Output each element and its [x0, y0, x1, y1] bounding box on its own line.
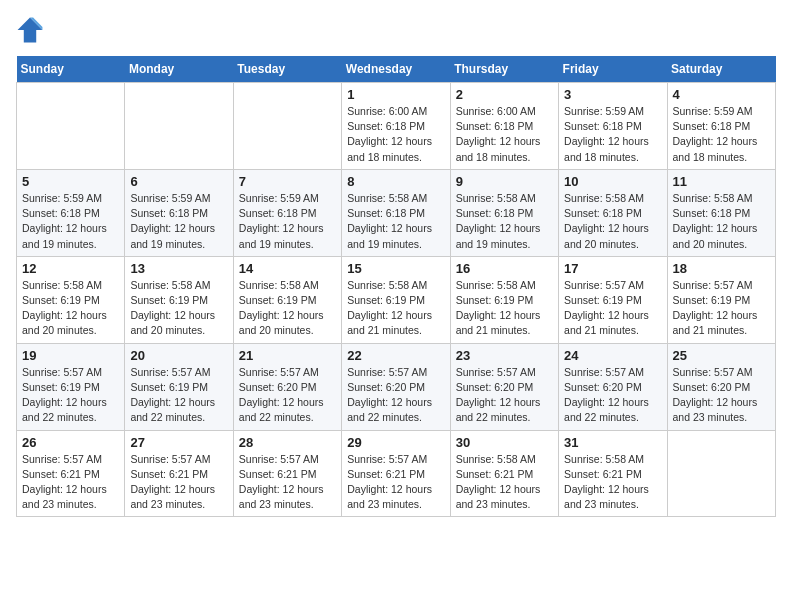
calendar-week-row: 12Sunrise: 5:58 AM Sunset: 6:19 PM Dayli…	[17, 256, 776, 343]
column-header-saturday: Saturday	[667, 56, 775, 83]
calendar-cell: 8Sunrise: 5:58 AM Sunset: 6:18 PM Daylig…	[342, 169, 450, 256]
cell-day-number: 10	[564, 174, 661, 189]
cell-info-text: Sunrise: 5:59 AM Sunset: 6:18 PM Dayligh…	[22, 191, 119, 252]
cell-day-number: 21	[239, 348, 336, 363]
cell-day-number: 9	[456, 174, 553, 189]
cell-info-text: Sunrise: 5:58 AM Sunset: 6:21 PM Dayligh…	[564, 452, 661, 513]
logo	[16, 16, 48, 44]
cell-info-text: Sunrise: 5:59 AM Sunset: 6:18 PM Dayligh…	[564, 104, 661, 165]
calendar-cell: 13Sunrise: 5:58 AM Sunset: 6:19 PM Dayli…	[125, 256, 233, 343]
cell-info-text: Sunrise: 5:58 AM Sunset: 6:19 PM Dayligh…	[456, 278, 553, 339]
cell-day-number: 3	[564, 87, 661, 102]
cell-info-text: Sunrise: 5:59 AM Sunset: 6:18 PM Dayligh…	[239, 191, 336, 252]
calendar-cell: 20Sunrise: 5:57 AM Sunset: 6:19 PM Dayli…	[125, 343, 233, 430]
calendar-cell: 27Sunrise: 5:57 AM Sunset: 6:21 PM Dayli…	[125, 430, 233, 517]
cell-day-number: 2	[456, 87, 553, 102]
calendar-cell: 24Sunrise: 5:57 AM Sunset: 6:20 PM Dayli…	[559, 343, 667, 430]
calendar-cell: 10Sunrise: 5:58 AM Sunset: 6:18 PM Dayli…	[559, 169, 667, 256]
calendar-cell: 11Sunrise: 5:58 AM Sunset: 6:18 PM Dayli…	[667, 169, 775, 256]
calendar-week-row: 1Sunrise: 6:00 AM Sunset: 6:18 PM Daylig…	[17, 83, 776, 170]
calendar-week-row: 5Sunrise: 5:59 AM Sunset: 6:18 PM Daylig…	[17, 169, 776, 256]
cell-day-number: 18	[673, 261, 770, 276]
svg-marker-0	[18, 18, 43, 43]
cell-info-text: Sunrise: 5:57 AM Sunset: 6:19 PM Dayligh…	[673, 278, 770, 339]
cell-day-number: 4	[673, 87, 770, 102]
column-header-thursday: Thursday	[450, 56, 558, 83]
calendar-cell: 12Sunrise: 5:58 AM Sunset: 6:19 PM Dayli…	[17, 256, 125, 343]
cell-info-text: Sunrise: 5:57 AM Sunset: 6:19 PM Dayligh…	[564, 278, 661, 339]
cell-info-text: Sunrise: 5:57 AM Sunset: 6:20 PM Dayligh…	[456, 365, 553, 426]
calendar-week-row: 26Sunrise: 5:57 AM Sunset: 6:21 PM Dayli…	[17, 430, 776, 517]
cell-day-number: 23	[456, 348, 553, 363]
logo-icon	[16, 16, 44, 44]
cell-info-text: Sunrise: 5:58 AM Sunset: 6:18 PM Dayligh…	[564, 191, 661, 252]
cell-day-number: 17	[564, 261, 661, 276]
cell-day-number: 19	[22, 348, 119, 363]
cell-info-text: Sunrise: 6:00 AM Sunset: 6:18 PM Dayligh…	[456, 104, 553, 165]
cell-info-text: Sunrise: 5:58 AM Sunset: 6:18 PM Dayligh…	[673, 191, 770, 252]
cell-info-text: Sunrise: 5:57 AM Sunset: 6:20 PM Dayligh…	[347, 365, 444, 426]
cell-day-number: 16	[456, 261, 553, 276]
cell-day-number: 7	[239, 174, 336, 189]
cell-day-number: 1	[347, 87, 444, 102]
calendar-header-row: SundayMondayTuesdayWednesdayThursdayFrid…	[17, 56, 776, 83]
calendar-cell: 21Sunrise: 5:57 AM Sunset: 6:20 PM Dayli…	[233, 343, 341, 430]
calendar-cell: 7Sunrise: 5:59 AM Sunset: 6:18 PM Daylig…	[233, 169, 341, 256]
cell-day-number: 12	[22, 261, 119, 276]
cell-info-text: Sunrise: 5:57 AM Sunset: 6:20 PM Dayligh…	[564, 365, 661, 426]
calendar-cell: 3Sunrise: 5:59 AM Sunset: 6:18 PM Daylig…	[559, 83, 667, 170]
calendar-cell	[17, 83, 125, 170]
cell-day-number: 30	[456, 435, 553, 450]
cell-day-number: 31	[564, 435, 661, 450]
cell-info-text: Sunrise: 5:58 AM Sunset: 6:19 PM Dayligh…	[347, 278, 444, 339]
calendar-cell	[667, 430, 775, 517]
column-header-wednesday: Wednesday	[342, 56, 450, 83]
column-header-sunday: Sunday	[17, 56, 125, 83]
cell-info-text: Sunrise: 5:57 AM Sunset: 6:21 PM Dayligh…	[22, 452, 119, 513]
cell-day-number: 25	[673, 348, 770, 363]
cell-day-number: 6	[130, 174, 227, 189]
cell-info-text: Sunrise: 5:59 AM Sunset: 6:18 PM Dayligh…	[673, 104, 770, 165]
cell-info-text: Sunrise: 5:58 AM Sunset: 6:19 PM Dayligh…	[130, 278, 227, 339]
calendar-cell: 19Sunrise: 5:57 AM Sunset: 6:19 PM Dayli…	[17, 343, 125, 430]
calendar-cell: 26Sunrise: 5:57 AM Sunset: 6:21 PM Dayli…	[17, 430, 125, 517]
calendar-cell: 2Sunrise: 6:00 AM Sunset: 6:18 PM Daylig…	[450, 83, 558, 170]
calendar-cell: 15Sunrise: 5:58 AM Sunset: 6:19 PM Dayli…	[342, 256, 450, 343]
cell-day-number: 24	[564, 348, 661, 363]
calendar-table: SundayMondayTuesdayWednesdayThursdayFrid…	[16, 56, 776, 517]
calendar-cell: 14Sunrise: 5:58 AM Sunset: 6:19 PM Dayli…	[233, 256, 341, 343]
cell-day-number: 22	[347, 348, 444, 363]
cell-info-text: Sunrise: 5:57 AM Sunset: 6:20 PM Dayligh…	[673, 365, 770, 426]
cell-day-number: 20	[130, 348, 227, 363]
column-header-monday: Monday	[125, 56, 233, 83]
cell-info-text: Sunrise: 5:58 AM Sunset: 6:21 PM Dayligh…	[456, 452, 553, 513]
calendar-cell: 6Sunrise: 5:59 AM Sunset: 6:18 PM Daylig…	[125, 169, 233, 256]
column-header-tuesday: Tuesday	[233, 56, 341, 83]
cell-day-number: 14	[239, 261, 336, 276]
calendar-cell: 18Sunrise: 5:57 AM Sunset: 6:19 PM Dayli…	[667, 256, 775, 343]
cell-day-number: 13	[130, 261, 227, 276]
cell-info-text: Sunrise: 5:57 AM Sunset: 6:21 PM Dayligh…	[239, 452, 336, 513]
calendar-cell: 17Sunrise: 5:57 AM Sunset: 6:19 PM Dayli…	[559, 256, 667, 343]
cell-day-number: 26	[22, 435, 119, 450]
cell-info-text: Sunrise: 5:58 AM Sunset: 6:18 PM Dayligh…	[347, 191, 444, 252]
calendar-cell: 4Sunrise: 5:59 AM Sunset: 6:18 PM Daylig…	[667, 83, 775, 170]
calendar-cell: 16Sunrise: 5:58 AM Sunset: 6:19 PM Dayli…	[450, 256, 558, 343]
page-header	[16, 16, 776, 44]
calendar-cell: 23Sunrise: 5:57 AM Sunset: 6:20 PM Dayli…	[450, 343, 558, 430]
cell-info-text: Sunrise: 5:57 AM Sunset: 6:21 PM Dayligh…	[347, 452, 444, 513]
calendar-cell: 30Sunrise: 5:58 AM Sunset: 6:21 PM Dayli…	[450, 430, 558, 517]
cell-info-text: Sunrise: 5:57 AM Sunset: 6:20 PM Dayligh…	[239, 365, 336, 426]
calendar-week-row: 19Sunrise: 5:57 AM Sunset: 6:19 PM Dayli…	[17, 343, 776, 430]
cell-info-text: Sunrise: 5:58 AM Sunset: 6:19 PM Dayligh…	[239, 278, 336, 339]
calendar-cell: 5Sunrise: 5:59 AM Sunset: 6:18 PM Daylig…	[17, 169, 125, 256]
cell-day-number: 8	[347, 174, 444, 189]
cell-info-text: Sunrise: 5:59 AM Sunset: 6:18 PM Dayligh…	[130, 191, 227, 252]
cell-day-number: 11	[673, 174, 770, 189]
cell-info-text: Sunrise: 6:00 AM Sunset: 6:18 PM Dayligh…	[347, 104, 444, 165]
column-header-friday: Friday	[559, 56, 667, 83]
calendar-cell: 29Sunrise: 5:57 AM Sunset: 6:21 PM Dayli…	[342, 430, 450, 517]
cell-day-number: 5	[22, 174, 119, 189]
calendar-cell: 28Sunrise: 5:57 AM Sunset: 6:21 PM Dayli…	[233, 430, 341, 517]
calendar-cell: 1Sunrise: 6:00 AM Sunset: 6:18 PM Daylig…	[342, 83, 450, 170]
